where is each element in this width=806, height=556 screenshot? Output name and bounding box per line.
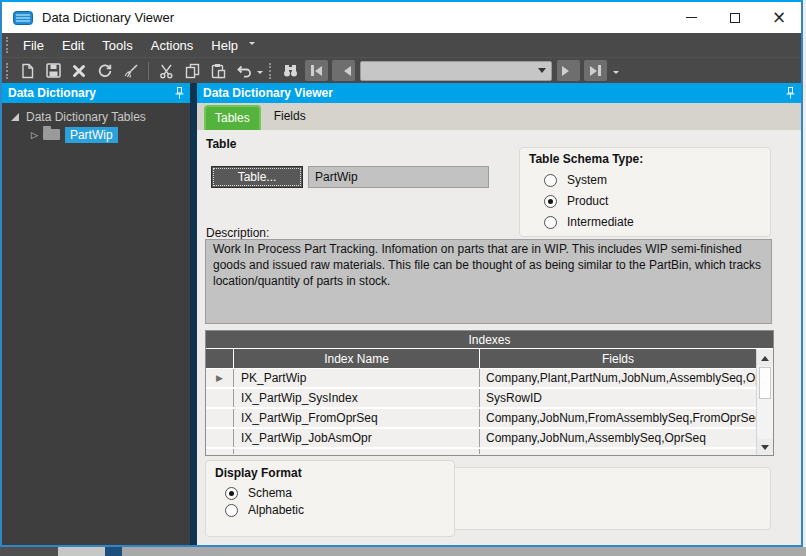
menu-bar: File Edit Tools Actions Help xyxy=(2,33,801,57)
toolbar-overflow-icon[interactable] xyxy=(613,71,619,77)
radio-alphabetic[interactable]: Alphabetic xyxy=(225,503,454,517)
tree-child-label: PartWip xyxy=(65,127,118,143)
desktop-sliver-bottom xyxy=(0,547,806,556)
tree-node-partwip[interactable]: ▷ PartWip xyxy=(2,126,190,143)
tab-fields[interactable]: Fields xyxy=(261,104,319,130)
table-picker-button[interactable]: Table... xyxy=(211,166,303,188)
radio-button-icon[interactable] xyxy=(544,174,557,187)
maximize-icon xyxy=(730,13,740,23)
table-row[interactable]: IX_PartWip_FromOprSeq Company,JobNum,Fro… xyxy=(206,409,773,429)
pin-icon[interactable] xyxy=(786,87,795,99)
tree-root-label: Data Dictionary Tables xyxy=(26,110,146,124)
left-dock-panel: Data Dictionary Data Dictionary Tables ▷… xyxy=(2,83,190,545)
window-title: Data Dictionary Viewer xyxy=(42,10,174,25)
pin-icon[interactable] xyxy=(175,87,184,99)
radio-intermediate[interactable]: Intermediate xyxy=(544,215,770,229)
cut-icon xyxy=(159,63,174,79)
radio-product[interactable]: Product xyxy=(544,194,770,208)
data-dictionary-tree: Data Dictionary Tables ▷ PartWip xyxy=(2,103,190,545)
expander-expanded-icon[interactable] xyxy=(11,113,19,121)
undo-icon xyxy=(236,64,252,78)
clear-button[interactable] xyxy=(118,60,144,82)
left-panel-header: Data Dictionary xyxy=(2,83,190,103)
new-button[interactable] xyxy=(14,60,40,82)
display-format-group: Display Format Schema Alphabetic xyxy=(205,460,455,537)
table-row[interactable]: ▶ PK_PartWip Company,Plant,PartNum,JobNu… xyxy=(206,369,773,389)
new-icon xyxy=(20,63,35,79)
undo-dropdown-icon[interactable] xyxy=(257,71,263,77)
menu-actions[interactable]: Actions xyxy=(142,35,203,56)
copy-icon xyxy=(185,63,200,79)
grid-vertical-scrollbar[interactable] xyxy=(756,350,773,455)
radio-button-icon[interactable] xyxy=(225,504,238,517)
record-search-combobox[interactable] xyxy=(360,61,552,81)
radio-button-icon[interactable] xyxy=(544,216,557,229)
table-row[interactable]: IX_PartWip_SysIndex SysRowID xyxy=(206,389,773,409)
schema-type-group: Table Schema Type: System Product Interm… xyxy=(519,147,771,237)
undo-button[interactable] xyxy=(231,60,257,82)
description-textarea[interactable]: Work In Process Part Tracking. Infomatio… xyxy=(205,239,772,324)
menubar-grip[interactable] xyxy=(6,37,9,53)
scrollbar-thumb[interactable] xyxy=(759,367,771,399)
tab-tables[interactable]: Tables xyxy=(204,105,261,131)
menu-overflow-icon[interactable] xyxy=(249,42,255,48)
next-record-icon xyxy=(562,66,574,76)
tab-strip: Tables Fields xyxy=(197,103,801,130)
indexes-grid-header: Index Name Fields xyxy=(206,349,773,369)
viewer-panel-title: Data Dictionary Viewer xyxy=(203,86,333,100)
maximize-button[interactable] xyxy=(713,2,757,33)
title-bar: Data Dictionary Viewer × xyxy=(2,2,801,33)
viewer-panel-header: Data Dictionary Viewer xyxy=(197,83,801,103)
find-icon xyxy=(282,63,299,78)
paste-button[interactable] xyxy=(205,60,231,82)
indexes-grid: Indexes Index Name Fields ▶ PK_PartWip C… xyxy=(205,330,774,456)
copy-button[interactable] xyxy=(179,60,205,82)
radio-schema[interactable]: Schema xyxy=(225,486,454,500)
scroll-down-button[interactable] xyxy=(757,439,773,455)
refresh-icon[interactable] xyxy=(92,60,118,82)
table-row[interactable]: IX_PartWip_JobAsmOpr Company,JobNum,Asse… xyxy=(206,429,773,449)
previous-record-button[interactable] xyxy=(332,60,355,81)
clear-icon xyxy=(123,63,139,79)
tool-bar xyxy=(2,57,801,83)
tree-node-tables[interactable]: Data Dictionary Tables xyxy=(2,108,190,125)
viewer-panel: Data Dictionary Viewer Tables Fields Tab… xyxy=(197,83,801,545)
minimize-button[interactable] xyxy=(669,2,713,33)
folder-icon xyxy=(43,129,60,140)
combo-dropdown-icon xyxy=(538,68,546,77)
expander-collapsed-icon[interactable]: ▷ xyxy=(31,130,38,140)
column-header-fields[interactable]: Fields xyxy=(480,349,756,368)
radio-button-checked-icon[interactable] xyxy=(225,487,238,500)
scroll-up-button[interactable] xyxy=(757,350,773,366)
paste-icon xyxy=(211,63,226,79)
save-button[interactable] xyxy=(40,60,66,82)
menu-edit[interactable]: Edit xyxy=(53,35,93,56)
menu-help[interactable]: Help xyxy=(202,35,247,56)
find-button[interactable] xyxy=(277,60,303,82)
close-icon: × xyxy=(772,9,786,26)
toolbar-grip[interactable] xyxy=(6,63,9,79)
panel-splitter[interactable] xyxy=(190,83,197,545)
indexes-grid-caption: Indexes xyxy=(206,331,773,349)
radio-system[interactable]: System xyxy=(544,173,770,187)
scroll-down-icon xyxy=(761,445,769,454)
toolbar-grip-2[interactable] xyxy=(269,63,272,79)
table-name-field[interactable]: PartWip xyxy=(308,166,489,188)
column-header-index-name[interactable]: Index Name xyxy=(234,349,480,368)
display-format-label: Display Format xyxy=(215,466,302,480)
last-record-button[interactable] xyxy=(584,60,607,81)
table-row-partial xyxy=(206,449,773,454)
close-button[interactable]: × xyxy=(757,2,801,33)
row-selector-icon: ▶ xyxy=(216,373,223,383)
tables-tab-content: Table Table... PartWip Table Schema Type… xyxy=(197,130,801,545)
first-record-button[interactable] xyxy=(305,60,328,81)
next-record-button[interactable] xyxy=(557,60,580,81)
delete-button[interactable] xyxy=(66,60,92,82)
minimize-icon xyxy=(686,17,697,18)
previous-record-icon xyxy=(339,66,351,76)
menu-file[interactable]: File xyxy=(14,35,53,56)
description-label: Description: xyxy=(206,226,269,240)
cut-button[interactable] xyxy=(153,60,179,82)
radio-button-checked-icon[interactable] xyxy=(544,195,557,208)
menu-tools[interactable]: Tools xyxy=(93,35,141,56)
